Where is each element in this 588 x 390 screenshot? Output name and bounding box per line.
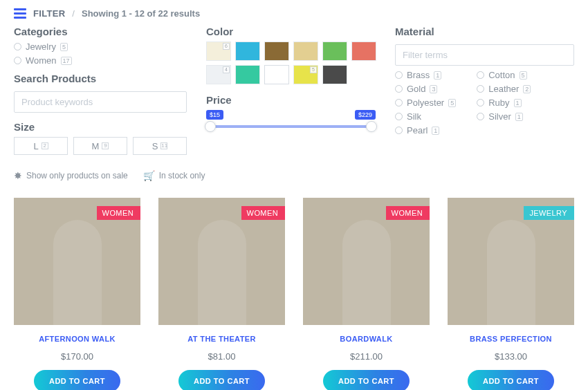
product-card[interactable]: WOMENAT THE THEATER$81.00ADD TO CART [158,198,285,390]
size-s[interactable]: S 11 [133,137,187,155]
material-label: Silver [488,111,511,122]
sale-only-toggle[interactable]: ✸ Show only products on sale [14,170,128,181]
product-card[interactable]: WOMENAFTERNOON WALK$170.00ADD TO CART [14,198,140,390]
product-name[interactable]: AT THE THEATER [187,335,256,343]
product-card[interactable]: WOMENBOARDWALK$211.00ADD TO CART [303,198,430,390]
product-name[interactable]: AFTERNOON WALK [39,335,116,343]
add-to-cart-button[interactable]: ADD TO CART [34,370,120,390]
product-price: $170.00 [61,351,93,362]
size-m[interactable]: M 9 [73,137,127,155]
filter-toggle-icon[interactable] [14,8,26,19]
add-to-cart-button[interactable]: ADD TO CART [178,370,265,390]
color-swatch[interactable] [322,65,347,84]
search-input[interactable] [14,91,187,113]
swatch-count: 4 [223,66,230,73]
size-count: 11 [160,142,167,149]
product-tag-badge: WOMEN [386,206,430,220]
color-swatch[interactable]: 6 [206,41,231,61]
material-label: Ruby [488,98,509,108]
radio-icon [395,127,403,134]
product-grid: WOMENAFTERNOON WALK$170.00ADD TO CARTWOM… [14,198,574,390]
material-label: Pearl [407,125,428,136]
product-price: $81.00 [208,351,236,362]
slider-handle-min[interactable] [205,121,216,132]
cart-icon: 🛒 [143,170,155,181]
material-label: Silk [407,111,421,122]
radio-icon [14,57,21,64]
slider-handle-max[interactable] [366,121,377,132]
category-label: Jewelry [26,41,56,52]
color-swatch[interactable]: 5 [293,65,318,84]
material-option[interactable]: Ruby1 [477,98,531,108]
separator: / [72,8,75,19]
size-label: S [152,141,158,151]
material-count: 5 [448,99,456,107]
material-label: Gold [407,84,425,94]
color-swatch[interactable] [322,41,347,61]
radio-icon [395,113,403,120]
results-count: Showing 1 - 12 of 22 results [82,8,200,19]
color-swatch[interactable] [235,41,260,61]
category-jewelry[interactable]: Jewelry 5 [14,41,187,52]
category-label: Women [26,55,57,66]
category-count: 17 [61,57,72,65]
radio-icon [395,71,403,79]
add-to-cart-button[interactable]: ADD TO CART [468,370,554,390]
product-tag-badge: WOMEN [241,206,285,220]
material-count: 5 [520,71,527,80]
material-option[interactable]: Silk [395,111,456,122]
color-swatch[interactable] [235,65,260,84]
material-option[interactable]: Leather2 [477,84,531,94]
sale-label: Show only products on sale [26,171,128,180]
material-count: 1 [514,99,522,107]
category-count: 5 [60,43,68,51]
color-swatch[interactable]: 4 [206,65,231,84]
product-name[interactable]: BRASS PERFECTION [470,335,552,343]
price-title: Price [206,94,376,106]
color-swatch[interactable] [293,41,318,61]
product-price: $211.00 [350,351,383,362]
size-l[interactable]: L 2 [14,137,68,155]
radio-icon [477,71,484,79]
material-label: Polyester [407,98,444,108]
product-card[interactable]: JEWELRYBRASS PERFECTION$133.00ADD TO CAR… [448,198,574,390]
radio-icon [477,99,484,106]
material-filter-input[interactable] [395,44,574,66]
size-count: 9 [102,142,109,149]
product-image: JEWELRY [448,198,574,325]
material-count: 1 [515,113,523,121]
material-option[interactable]: Cotton5 [477,70,531,80]
swatch-count: 6 [223,43,230,50]
product-price: $133.00 [495,351,527,362]
slider-track [210,125,371,128]
color-swatch[interactable] [351,41,376,61]
material-count: 1 [432,127,439,135]
color-swatch[interactable] [264,65,289,84]
color-swatch-grid: 645 [206,41,376,84]
price-slider[interactable]: $15 $229 [206,110,376,133]
product-tag-badge: WOMEN [97,206,140,220]
product-tag-badge: JEWELRY [524,206,574,220]
size-count: 2 [42,142,48,149]
material-option[interactable]: Gold3 [395,84,456,94]
radio-icon [395,85,403,93]
material-title: Material [395,26,574,37]
product-name[interactable]: BOARDWALK [340,335,392,343]
radio-icon [477,113,484,120]
material-count: 2 [523,85,531,93]
material-option[interactable]: Pearl1 [395,125,456,136]
material-option[interactable]: Silver1 [477,111,531,122]
color-title: Color [206,26,376,37]
material-label: Cotton [488,70,515,80]
product-image: WOMEN [303,198,430,325]
radio-icon [395,99,403,106]
add-to-cart-button[interactable]: ADD TO CART [323,370,410,390]
price-min-label: $15 [206,110,223,120]
color-swatch[interactable] [264,41,289,61]
material-option[interactable]: Brass1 [395,70,456,80]
category-women[interactable]: Women 17 [14,55,187,66]
material-option[interactable]: Polyester5 [395,98,456,108]
categories-title: Categories [14,26,187,37]
search-title: Search Products [14,73,187,84]
instock-only-toggle[interactable]: 🛒 In stock only [143,170,205,181]
